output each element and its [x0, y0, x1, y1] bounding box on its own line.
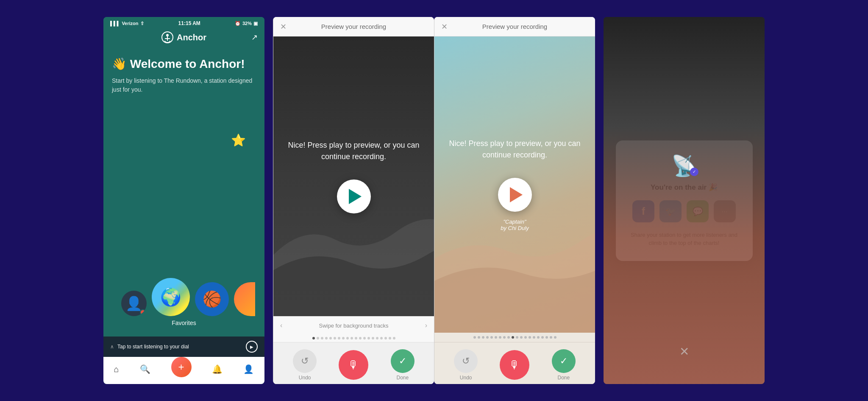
- dot-17: [384, 337, 387, 339]
- done-button-light[interactable]: ✓: [552, 349, 576, 373]
- undo-label-light: Undo: [460, 375, 472, 381]
- dot-l-15: [537, 336, 540, 339]
- dot-l-4: [490, 336, 493, 339]
- undo-action-light: ↺ Undo: [454, 349, 478, 381]
- wave-emoji: 👋: [112, 57, 127, 70]
- play-button-light[interactable]: [498, 178, 532, 212]
- undo-label: Undo: [299, 375, 311, 381]
- dot-l-1: [478, 336, 480, 339]
- press-play-text: Nice! Press play to preview, or you can …: [273, 140, 434, 163]
- now-playing-bar[interactable]: ∧ Tap to start listening to your dial ▶: [103, 337, 264, 357]
- dot-19: [393, 337, 395, 339]
- dot-l-12: [524, 336, 527, 339]
- anchor-logo-icon: [161, 31, 173, 43]
- dot-3: [325, 337, 328, 339]
- screen-onair: 📡 ✓ You're on the air 🎉 f 🐦 💬 ···: [604, 17, 765, 384]
- nav-home-icon[interactable]: ⌂: [114, 365, 119, 374]
- screen1-content: 👋 Welcome to Anchor! Start by listening …: [103, 47, 264, 337]
- dot-0: [312, 337, 315, 339]
- play-button-dark[interactable]: [337, 179, 371, 213]
- avatar-earth[interactable]: 🌍: [152, 278, 190, 316]
- track-name: "Captain" by Chi Duly: [501, 219, 529, 231]
- antenna-badge: ✓: [690, 168, 698, 176]
- dismiss-x-icon: ✕: [679, 345, 689, 358]
- preview-header-light: ✕ Preview your recording: [434, 17, 595, 36]
- dot-12: [363, 337, 366, 339]
- now-playing-left: ∧ Tap to start listening to your dial: [110, 344, 189, 350]
- screen-preview-dark: ✕ Preview your recording Nice! Press pla…: [273, 17, 434, 384]
- dot-l-17: [545, 336, 548, 339]
- dot-2: [321, 337, 323, 339]
- dot-15: [376, 337, 378, 339]
- dot-7: [342, 337, 345, 339]
- nav-bell-icon[interactable]: 🔔: [212, 364, 223, 374]
- undo-button-light[interactable]: ↺: [454, 349, 478, 373]
- nav-search-icon[interactable]: 🔍: [140, 364, 150, 374]
- app-name: Anchor: [177, 33, 206, 42]
- preview-close-button-light[interactable]: ✕: [441, 22, 448, 31]
- nav-profile-icon[interactable]: 👤: [243, 364, 254, 374]
- play-triangle-light: [510, 187, 523, 202]
- dot-13: [367, 337, 370, 339]
- avatar-person[interactable]: 👤: [121, 291, 147, 316]
- basketball-emoji: 🏀: [203, 290, 222, 308]
- welcome-title: 👋 Welcome to Anchor!: [112, 57, 256, 71]
- action-bar-light: ↺ Undo 🎙 ✓ Done: [434, 342, 595, 384]
- record-button-light[interactable]: 🎙: [500, 350, 529, 380]
- play-triangle-dark: [349, 189, 362, 204]
- swipe-tracks-dark: ‹ Swipe for background tracks ›: [273, 316, 434, 334]
- trending-icon[interactable]: ↗: [251, 33, 258, 42]
- onair-bg: [604, 17, 765, 384]
- dot-10: [355, 337, 357, 339]
- dot-l-10: [516, 336, 518, 339]
- dot-l-11: [520, 336, 523, 339]
- dot-11: [359, 337, 362, 339]
- battery-level: 32%: [242, 21, 252, 26]
- nav-add-button[interactable]: +: [171, 357, 192, 377]
- dot-l-13: [529, 336, 531, 339]
- favorites-circles: 👤 🌍 🏀: [113, 278, 255, 316]
- action-bar-dark: ↺ Undo 🎙 ✓ Done: [273, 342, 434, 384]
- done-label: Done: [396, 375, 409, 381]
- undo-button[interactable]: ↺: [293, 349, 317, 373]
- dismiss-button[interactable]: ✕: [679, 345, 689, 359]
- status-bar: ▌▌▌ Verizon ⇧ 11:15 AM ⏰ 32% ▣: [103, 17, 264, 28]
- dot-l-3: [486, 336, 489, 339]
- dot-8: [346, 337, 349, 339]
- signal-icon: ▌▌▌: [110, 21, 120, 26]
- mic-icon-light: 🎙: [509, 359, 520, 372]
- dot-l-6: [499, 336, 501, 339]
- person-icon: 👤: [125, 295, 142, 311]
- dot-l-16: [541, 336, 544, 339]
- record-button[interactable]: 🎙: [339, 350, 368, 380]
- preview-close-button[interactable]: ✕: [280, 22, 287, 31]
- done-action-light: ✓ Done: [552, 349, 576, 381]
- dot-l-19: [554, 336, 556, 339]
- done-action: ✓ Done: [391, 349, 415, 381]
- chevron-up-icon: ∧: [110, 344, 114, 350]
- swipe-left-arrow[interactable]: ‹: [280, 322, 282, 329]
- waveform-dark: Nice! Press play to preview, or you can …: [273, 36, 434, 316]
- dot-4: [329, 337, 332, 339]
- dot-18: [389, 337, 391, 339]
- dot-6: [338, 337, 340, 339]
- waveform-light: Nice! Press play to preview, or you can …: [434, 36, 595, 333]
- screen-preview-light: ✕ Preview your recording Nice! Press pla…: [434, 17, 595, 384]
- undo-action: ↺ Undo: [293, 349, 317, 381]
- now-playing-play-button[interactable]: ▶: [246, 341, 258, 353]
- bottom-nav: ⌂ 🔍 + 🔔 👤: [103, 357, 264, 384]
- earth-emoji: 🌍: [160, 287, 181, 307]
- now-playing-text: Tap to start listening to your dial: [117, 344, 189, 350]
- dot-l-5: [495, 336, 497, 339]
- anchor-logo: Anchor: [161, 31, 206, 43]
- avatar-basketball[interactable]: 🏀: [195, 282, 229, 316]
- status-bar-right: ⏰ 32% ▣: [235, 21, 258, 26]
- swipe-right-arrow[interactable]: ›: [425, 322, 427, 329]
- avatar-partial[interactable]: [234, 282, 255, 316]
- done-button[interactable]: ✓: [391, 349, 415, 373]
- press-play-text-light: Nice! Press play to preview, or you can …: [434, 138, 595, 161]
- done-label-light: Done: [557, 375, 570, 381]
- dot-l-9-active: [512, 336, 514, 339]
- dot-l-2: [482, 336, 484, 339]
- preview-title-light: Preview your recording: [482, 23, 547, 30]
